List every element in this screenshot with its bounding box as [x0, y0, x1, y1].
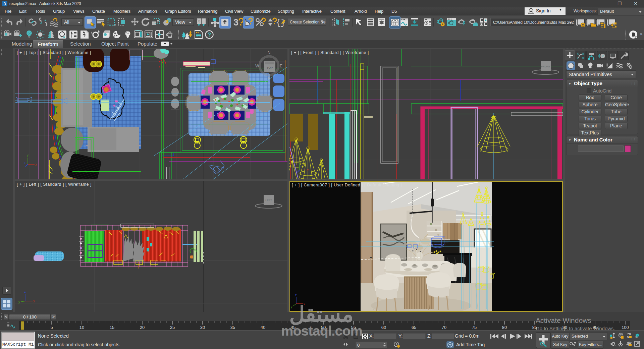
svg-text:40: 40 — [261, 325, 265, 330]
svg-text:10: 10 — [79, 325, 84, 330]
svg-text:z: z — [24, 290, 26, 293]
svg-text:3: 3 — [233, 17, 238, 27]
svg-text:30: 30 — [200, 325, 205, 330]
svg-text:35: 35 — [230, 325, 235, 330]
svg-text:65: 65 — [412, 325, 416, 330]
svg-text:W: W — [255, 64, 259, 68]
svg-text:x: x — [35, 163, 37, 166]
svg-text:x: x — [307, 168, 309, 172]
svg-text:N: N — [268, 50, 271, 55]
svg-text:FRONT: FRONT — [541, 65, 550, 68]
svg-text:20: 20 — [140, 325, 145, 330]
svg-text:z: z — [24, 161, 25, 165]
svg-text:80: 80 — [502, 325, 507, 330]
svg-text:z: z — [295, 293, 297, 297]
svg-text:S: S — [268, 76, 270, 81]
svg-text:15: 15 — [110, 325, 114, 330]
svg-text:y: y — [27, 154, 29, 157]
svg-text:E: E — [280, 64, 282, 68]
svg-text:TOP: TOP — [267, 66, 273, 69]
svg-text:60: 60 — [381, 325, 386, 330]
svg-text:LEFT: LEFT — [265, 199, 272, 202]
svg-text:x: x — [33, 299, 35, 303]
svg-text:70: 70 — [442, 325, 446, 330]
svg-text:25: 25 — [170, 325, 175, 330]
svg-text:75: 75 — [472, 325, 477, 330]
svg-text:100: 100 — [622, 325, 629, 330]
svg-text:y: y — [18, 300, 20, 304]
svg-text:3: 3 — [4, 2, 6, 6]
svg-text:5: 5 — [50, 325, 53, 330]
svg-text:?: ? — [208, 32, 211, 38]
